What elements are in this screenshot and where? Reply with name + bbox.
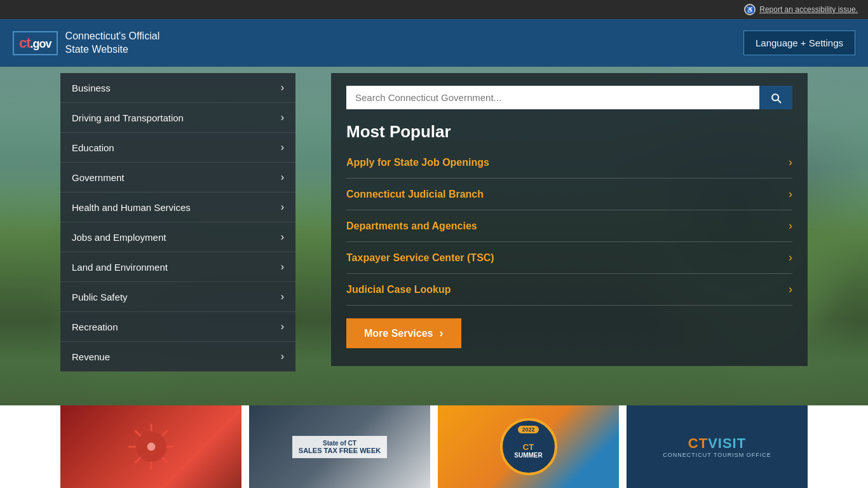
ct-visit-card[interactable]: CTVISIT CONNECTICUT TOURISM OFFICE (627, 405, 808, 488)
popular-chevron-judicial: › (789, 187, 792, 201)
ct-visit-ct: CT (688, 435, 708, 451)
svg-point-9 (147, 443, 155, 451)
ct-summer-year: 2022 (518, 426, 538, 433)
more-services-chevron: › (440, 327, 444, 340)
nav-chevron-safety: › (281, 291, 284, 302)
sales-tax-card[interactable]: State of CT SALES TAX FREE WEEK (249, 405, 430, 488)
card2-line1: State of CT (299, 440, 381, 447)
logo-area: ct.gov Connecticut's Official State Webs… (13, 30, 159, 57)
top-bar: ♿ Report an accessibility issue. (0, 0, 868, 19)
logo: ct.gov (19, 35, 51, 51)
nav-chevron-education: › (281, 142, 284, 153)
nav-item-revenue[interactable]: Revenue › (60, 342, 295, 372)
popular-item-case-lookup[interactable]: Judicial Case Lookup › (346, 274, 792, 306)
hero-section: Business › Driving and Transportation › … (0, 67, 868, 488)
nav-item-jobs[interactable]: Jobs and Employment › (60, 222, 295, 252)
more-services-button[interactable]: More Services› (346, 318, 461, 348)
nav-item-government[interactable]: Government › (60, 163, 295, 193)
popular-item-departments[interactable]: Departments and Agencies › (346, 210, 792, 242)
nav-chevron-driving: › (281, 112, 284, 123)
search-bar (346, 86, 792, 109)
search-icon (770, 92, 782, 104)
bottom-cards: State of CT SALES TAX FREE WEEK 2022 CT … (0, 405, 868, 488)
popular-label-departments: Departments and Agencies (346, 220, 477, 232)
search-button[interactable] (759, 86, 792, 109)
accessibility-text: Report an accessibility issue. (759, 5, 858, 14)
more-services-label: More Services (364, 328, 433, 339)
search-popular-panel: Most Popular Apply for State Job Opening… (331, 73, 808, 366)
ct-visit-visit: VISIT (708, 435, 746, 451)
nav-item-label-education: Education (72, 142, 114, 153)
site-title: Connecticut's Official State Website (65, 30, 160, 57)
popular-label-state-jobs: Apply for State Job Openings (346, 157, 489, 168)
popular-label-case-lookup: Judicial Case Lookup (346, 284, 451, 295)
language-settings-button[interactable]: Language + Settings (743, 30, 855, 55)
nav-item-label-recreation: Recreation (72, 322, 118, 332)
nav-item-recreation[interactable]: Recreation › (60, 312, 295, 342)
search-input[interactable] (346, 86, 759, 109)
popular-item-state-jobs[interactable]: Apply for State Job Openings › (346, 147, 792, 179)
nav-chevron-government: › (281, 172, 284, 183)
nav-chevron-recreation: › (281, 321, 284, 332)
nav-item-label-jobs: Jobs and Employment (72, 232, 166, 243)
site-title-line2: State Website (65, 43, 160, 57)
nav-chevron-health: › (281, 201, 284, 213)
ct-summer-card[interactable]: 2022 CT SUMMER (438, 405, 619, 488)
ct-visit-logo: CTVISIT (688, 435, 746, 452)
nav-item-label-driving: Driving and Transportation (72, 112, 184, 123)
logo-box: ct.gov (13, 31, 58, 55)
popular-item-judicial[interactable]: Connecticut Judicial Branch › (346, 179, 792, 210)
nav-item-label-safety: Public Safety (72, 292, 128, 302)
popular-chevron-taxpayer: › (789, 251, 792, 264)
virus-graphic (126, 421, 177, 472)
nav-item-business[interactable]: Business › (60, 73, 295, 103)
ct-visit-subtitle: CONNECTICUT TOURISM OFFICE (663, 452, 771, 458)
nav-item-education[interactable]: Education › (60, 133, 295, 163)
covid-card[interactable] (60, 405, 241, 488)
popular-item-taxpayer[interactable]: Taxpayer Service Center (TSC) › (346, 242, 792, 274)
site-title-line1: Connecticut's Official (65, 30, 160, 43)
site-header: ct.gov Connecticut's Official State Webs… (0, 19, 868, 67)
nav-item-label-land: Land and Environment (72, 262, 168, 273)
svg-line-7 (161, 430, 167, 436)
popular-chevron-state-jobs: › (789, 156, 792, 169)
logo-ct: ct (19, 35, 31, 51)
nav-item-label-government: Government (72, 172, 125, 183)
svg-line-8 (135, 458, 140, 463)
nav-item-label-business: Business (72, 83, 111, 93)
svg-line-5 (135, 430, 140, 436)
accessibility-icon: ♿ (744, 4, 756, 15)
popular-label-taxpayer: Taxpayer Service Center (TSC) (346, 252, 494, 264)
logo-gov: .gov (31, 37, 51, 50)
popular-chevron-departments: › (789, 219, 792, 233)
nav-item-driving[interactable]: Driving and Transportation › (60, 103, 295, 133)
nav-item-safety[interactable]: Public Safety › (60, 282, 295, 312)
nav-chevron-revenue: › (281, 351, 284, 362)
card2-line2: SALES TAX FREE WEEK (299, 447, 381, 454)
nav-chevron-jobs: › (281, 231, 284, 243)
main-navigation: Business › Driving and Transportation › … (60, 73, 295, 372)
svg-line-6 (161, 458, 167, 463)
nav-item-label-revenue: Revenue (72, 351, 110, 362)
nav-item-label-health: Health and Human Services (72, 202, 191, 213)
nav-chevron-business: › (281, 82, 284, 93)
nav-item-health[interactable]: Health and Human Services › (60, 193, 295, 222)
popular-items-list: Apply for State Job Openings › Connectic… (346, 147, 792, 306)
accessibility-link[interactable]: ♿ Report an accessibility issue. (744, 4, 858, 15)
most-popular-heading: Most Popular (346, 122, 792, 142)
nav-item-land[interactable]: Land and Environment › (60, 252, 295, 282)
popular-label-judicial: Connecticut Judicial Branch (346, 189, 484, 200)
popular-chevron-case-lookup: › (789, 283, 792, 296)
nav-chevron-land: › (281, 261, 284, 273)
